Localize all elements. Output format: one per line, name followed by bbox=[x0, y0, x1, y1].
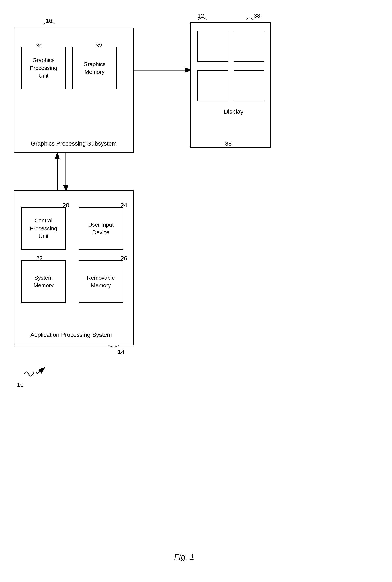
ref-12: 12 bbox=[198, 12, 204, 19]
display-br bbox=[234, 70, 264, 101]
graphics-memory-box: Graphics Memory bbox=[72, 47, 117, 89]
gpu-box: Graphics Processing Unit bbox=[21, 47, 66, 89]
system-memory-box: System Memory bbox=[21, 260, 66, 303]
display-tl bbox=[198, 31, 228, 62]
app-system-label: Application Processing System bbox=[20, 331, 122, 338]
ref-16: 16 bbox=[46, 18, 52, 24]
graphics-subsystem-box bbox=[14, 28, 134, 153]
fig-label: Fig. 1 bbox=[174, 552, 194, 561]
user-input-box: User Input Device bbox=[78, 207, 123, 250]
display-bl bbox=[198, 70, 228, 101]
svg-line-5 bbox=[37, 368, 44, 374]
diagram-container: 16 30 Graphics Processing Unit 32 Graphi… bbox=[0, 0, 392, 582]
display-tr bbox=[234, 31, 264, 62]
removable-memory-box: Removable Memory bbox=[78, 260, 123, 303]
ref-38-bottom: 38 bbox=[225, 140, 232, 147]
ref-14: 14 bbox=[118, 348, 124, 355]
display-label: Display bbox=[212, 108, 255, 115]
cpu-box: Central Processing Unit bbox=[21, 207, 66, 250]
ref-10: 10 bbox=[17, 381, 24, 388]
graphics-subsystem-label: Graphics Processing Subsystem bbox=[24, 140, 123, 147]
ref-38-top: 38 bbox=[254, 12, 260, 19]
